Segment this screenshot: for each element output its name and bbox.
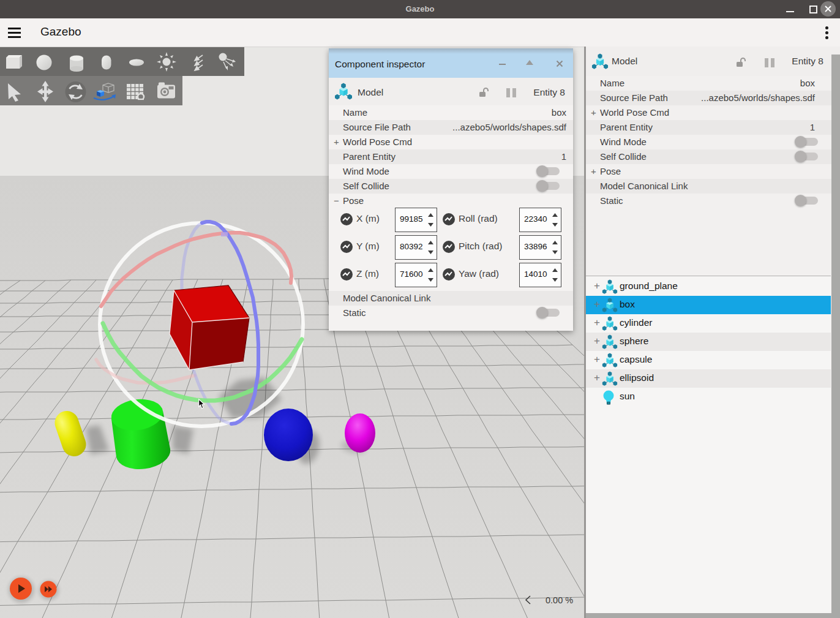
svg-text:0.00 %: 0.00 %	[546, 595, 573, 605]
